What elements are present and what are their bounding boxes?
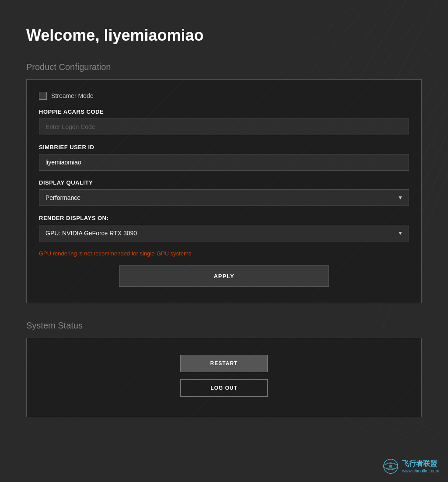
display-quality-label: DISPLAY QUALITY: [39, 179, 409, 186]
gpu-warning-text: GPU rendering is not recommended for sin…: [39, 250, 409, 257]
apply-button[interactable]: APPLY: [119, 265, 329, 287]
hoppie-acars-group: HOPPIE ACARS CODE: [39, 108, 409, 135]
restart-button[interactable]: RESTART: [180, 355, 268, 372]
display-quality-group: DISPLAY QUALITY Performance Quality Ultr…: [39, 179, 409, 206]
streamer-mode-row: Streamer Mode: [39, 92, 409, 100]
render-displays-group: RENDER DISPLAYS ON: GPU: NVIDIA GeForce …: [39, 215, 409, 241]
simbrief-user-group: SIMBRIEF USER ID: [39, 144, 409, 171]
svg-point-21: [389, 465, 392, 468]
streamer-mode-checkbox[interactable]: [39, 92, 47, 100]
system-status-panel: RESTART LOG OUT: [26, 338, 422, 417]
render-displays-label: RENDER DISPLAYS ON:: [39, 215, 409, 221]
logout-button[interactable]: LOG OUT: [180, 379, 268, 397]
watermark-brand-name: 飞行者联盟: [402, 459, 437, 468]
product-config-panel: Streamer Mode HOPPIE ACARS CODE SIMBRIEF…: [26, 79, 422, 303]
watermark-text-container: 飞行者联盟 www.chinaflier.com: [402, 459, 439, 473]
product-config-section-title: Product Configuration: [26, 62, 422, 72]
watermark-logo-icon: [383, 458, 399, 474]
welcome-title: Welcome, liyemiaomiao: [26, 26, 422, 45]
system-buttons-container: RESTART LOG OUT: [39, 350, 409, 401]
render-displays-select[interactable]: GPU: NVIDIA GeForce RTX 3090 CPU: [39, 225, 409, 241]
display-quality-wrapper: Performance Quality Ultra ▼: [39, 189, 409, 206]
hoppie-acars-label: HOPPIE ACARS CODE: [39, 108, 409, 115]
hoppie-acars-input[interactable]: [39, 119, 409, 135]
simbrief-user-input[interactable]: [39, 154, 409, 171]
simbrief-user-label: SIMBRIEF USER ID: [39, 144, 409, 150]
watermark-url: www.chinaflier.com: [402, 468, 439, 473]
streamer-mode-label: Streamer Mode: [51, 92, 93, 99]
render-displays-wrapper: GPU: NVIDIA GeForce RTX 3090 CPU ▼: [39, 225, 409, 241]
watermark: 飞行者联盟 www.chinaflier.com: [383, 458, 439, 474]
display-quality-select[interactable]: Performance Quality Ultra: [39, 189, 409, 206]
system-status-section-title: System Status: [26, 321, 422, 331]
